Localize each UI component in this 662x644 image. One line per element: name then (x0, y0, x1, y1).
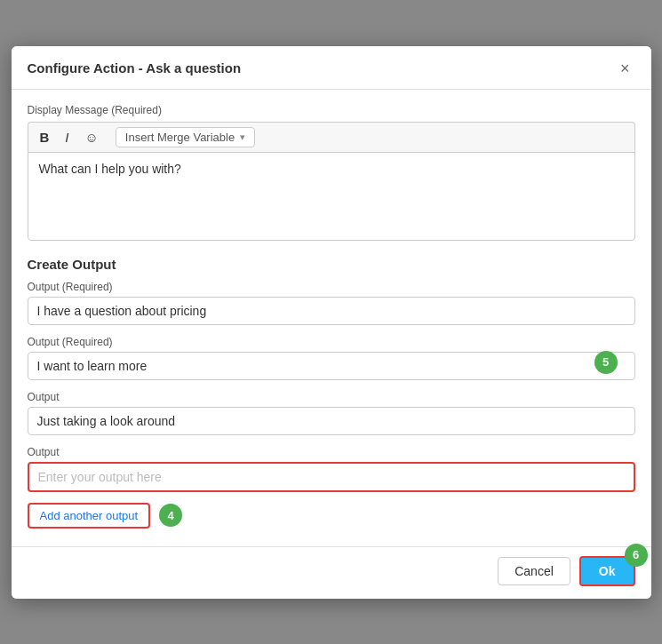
output-label-3: Output (28, 391, 635, 403)
display-message-label: Display Message (Required) (28, 104, 635, 116)
modal-title: Configure Action - Ask a question (28, 60, 242, 76)
add-another-output-button[interactable]: Add another output (28, 503, 151, 529)
output-input-1[interactable] (28, 297, 635, 325)
output-label-1: Output (Required) (28, 281, 635, 293)
merge-variable-label: Insert Merge Variable (125, 131, 235, 144)
message-text: What can I help you with? (39, 162, 181, 176)
modal-body: Display Message (Required) B I ☺ Insert … (12, 90, 651, 546)
chevron-down-icon: ▾ (240, 131, 245, 143)
emoji-button[interactable]: ☺ (81, 128, 103, 147)
message-textarea[interactable]: What can I help you with? (28, 152, 635, 241)
output-input-4[interactable] (28, 462, 635, 492)
close-button[interactable]: × (615, 59, 635, 78)
output-label-2: Output (Required) (28, 336, 635, 348)
modal-header: Configure Action - Ask a question × (12, 46, 651, 90)
output-input-3[interactable] (28, 407, 635, 435)
output-input-2[interactable] (28, 352, 635, 380)
badge-6: 6 (625, 544, 648, 567)
modal-footer: Cancel Ok 6 (12, 546, 651, 599)
message-toolbar: B I ☺ Insert Merge Variable ▾ (28, 122, 635, 152)
italic-button[interactable]: I (60, 128, 73, 147)
create-output-title: Create Output (28, 257, 635, 272)
cancel-button[interactable]: Cancel (498, 557, 570, 585)
add-output-row: Add another output 4 (28, 503, 635, 529)
badge-5: 5 (594, 351, 618, 374)
output-label-4: Output (28, 446, 635, 458)
merge-variable-dropdown[interactable]: Insert Merge Variable ▾ (116, 127, 255, 147)
bold-button[interactable]: B (36, 128, 54, 147)
badge-4: 4 (159, 504, 182, 527)
modal-dialog: Configure Action - Ask a question × Disp… (12, 46, 651, 599)
